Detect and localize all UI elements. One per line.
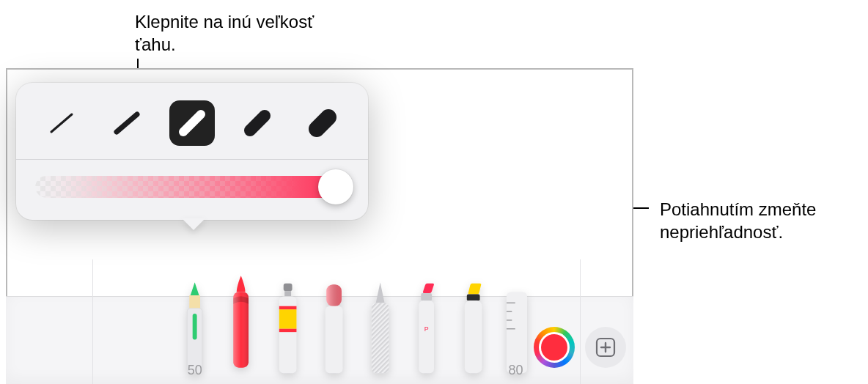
dock-right-controls (534, 327, 626, 368)
svg-rect-29 (468, 284, 481, 295)
svg-line-2 (183, 114, 201, 132)
plus-box-icon (595, 336, 617, 358)
stroke-size-2[interactable] (104, 100, 150, 146)
callout-opacity: Potiahnutím zmeňte nepriehľadnosť. (660, 198, 858, 243)
svg-line-4 (317, 117, 328, 129)
svg-rect-24 (372, 303, 389, 373)
svg-rect-26 (422, 293, 433, 300)
svg-rect-27 (419, 300, 435, 373)
tools-row: 50 (180, 259, 527, 384)
tool-scale[interactable]: 80 (504, 270, 527, 384)
svg-line-1 (117, 114, 137, 132)
stroke-size-3-selected[interactable] (169, 100, 215, 146)
svg-line-3 (250, 116, 265, 130)
tool-marker[interactable] (273, 270, 303, 384)
svg-line-0 (51, 114, 72, 132)
svg-rect-13 (284, 291, 291, 296)
tool-label: 80 (504, 363, 527, 378)
svg-rect-9 (193, 314, 197, 339)
tool-pencil[interactable]: 50 (180, 270, 210, 384)
stroke-popover (16, 83, 368, 220)
svg-marker-5 (191, 282, 199, 295)
svg-rect-6 (189, 295, 200, 309)
tool-pen[interactable]: P (411, 270, 441, 384)
callout-stroke-size: Klepnite na inú veľkosť ťahu. (135, 10, 326, 56)
svg-rect-31 (465, 300, 482, 373)
tool-eraser[interactable] (319, 270, 349, 384)
opacity-track-checker (35, 176, 349, 198)
color-picker-button[interactable] (534, 327, 575, 368)
stroke-size-5[interactable] (300, 100, 345, 146)
svg-rect-30 (467, 295, 480, 301)
svg-rect-17 (279, 329, 296, 332)
svg-rect-25 (423, 284, 435, 293)
svg-rect-19 (326, 284, 342, 306)
opacity-slider[interactable] (16, 160, 368, 204)
add-button[interactable] (585, 327, 626, 368)
svg-rect-11 (234, 292, 249, 367)
tool-label: 50 (180, 363, 210, 378)
stroke-size-4[interactable] (235, 100, 280, 146)
stroke-size-1[interactable] (39, 100, 84, 146)
svg-rect-16 (279, 306, 296, 309)
svg-marker-21 (376, 282, 385, 303)
tool-highlighter[interactable] (458, 270, 488, 384)
tools-clip: 50 (92, 259, 581, 384)
svg-rect-15 (279, 309, 296, 329)
svg-text:P: P (424, 325, 429, 333)
opacity-slider-thumb[interactable] (318, 169, 353, 204)
tool-crayon[interactable] (226, 259, 256, 384)
current-color-swatch (539, 332, 570, 363)
svg-rect-32 (507, 292, 527, 374)
svg-rect-20 (326, 306, 343, 373)
svg-rect-12 (283, 284, 292, 291)
stroke-size-row (16, 93, 368, 159)
tool-pointer[interactable] (365, 270, 395, 384)
